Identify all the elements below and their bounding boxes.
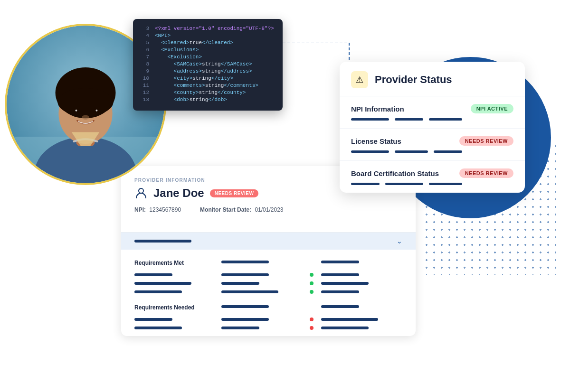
chevron-down-icon[interactable]: ⌄ — [397, 237, 402, 245]
license-status-badge: NEEDS REVIEW — [459, 136, 513, 146]
svg-point-14 — [139, 188, 143, 193]
req-col-bar-2 — [221, 261, 269, 263]
board-cert-status-bars — [351, 183, 513, 185]
xml-line-10: 10 <city>string</city> — [142, 75, 274, 81]
xml-line-12: 12 <county>string</county> — [142, 90, 274, 95]
svg-point-7 — [72, 109, 79, 114]
row-bar-3c — [321, 290, 359, 293]
provider-status-badge: NEEDS REVIEW — [210, 189, 259, 197]
status-dot-green — [310, 290, 314, 294]
status-bar-2 — [385, 183, 423, 185]
npi-status-bars — [351, 118, 513, 121]
status-dot-red — [310, 317, 314, 321]
xml-line-4: 4 <NPI> — [142, 33, 274, 38]
status-bar-3 — [429, 118, 462, 121]
xml-line-3: 3 <?xml version="1.0" encoding="UTF-8"?> — [142, 26, 274, 31]
req-needed-header: Requirements Needed — [134, 298, 402, 315]
provider-npi-row: NPI: 1234567890 Monitor Start Date: 01/0… — [134, 206, 402, 213]
row-bar-2c — [321, 282, 369, 285]
needed-row-bar-1b — [221, 318, 269, 321]
table-row — [134, 324, 402, 332]
row-bar-3a — [134, 290, 182, 293]
requirements-table-section: ⌄ Requirements Met — [121, 232, 416, 336]
req-header-bar — [134, 240, 191, 243]
row-bar-1b — [221, 273, 269, 276]
npi-status-label: NPI Information — [351, 105, 404, 113]
xml-line-13: 13 <dob>string</dob> — [142, 97, 274, 103]
npi-status-badge: NPI ACTIVE — [471, 104, 513, 113]
provider-status-panel: ⚠ Provider Status NPI Information NPI AC… — [340, 62, 525, 193]
xml-line-8: 8 <SAMCase>string</SAMCase> — [142, 61, 274, 67]
row-bar-1c — [321, 273, 359, 276]
table-row — [134, 279, 402, 288]
status-panel-header: ⚠ Provider Status — [340, 62, 525, 96]
status-row-npi: NPI Information NPI ACTIVE — [340, 96, 525, 129]
needed-row-bar-2c — [321, 327, 369, 329]
needed-col-bar-3 — [321, 305, 359, 308]
provider-name: Jane Doe — [153, 187, 204, 200]
table-row — [134, 315, 402, 324]
provider-person-icon — [134, 187, 148, 200]
status-panel-title: Provider Status — [375, 74, 452, 86]
svg-point-11 — [82, 115, 89, 120]
req-table-header: ⌄ — [121, 233, 416, 250]
status-row-board-cert: Board Certification Status NEEDS REVIEW — [340, 161, 525, 193]
main-scene: 3 <?xml version="1.0" encoding="UTF-8"?>… — [0, 0, 570, 392]
status-bar-3 — [434, 150, 462, 153]
status-bar-1 — [351, 183, 380, 185]
xml-code-card: 3 <?xml version="1.0" encoding="UTF-8"?>… — [133, 19, 283, 111]
xml-line-11: 11 <comments>string</comments> — [142, 83, 274, 88]
status-bar-1 — [351, 118, 389, 121]
row-bar-2a — [134, 282, 191, 285]
warning-icon: ⚠ — [351, 71, 368, 88]
xml-line-9: 9 <address>string</address> — [142, 68, 274, 74]
board-cert-status-badge: NEEDS REVIEW — [459, 168, 513, 178]
needed-row-bar-1a — [134, 318, 172, 321]
status-dot-green — [310, 281, 314, 285]
row-bar-3b — [221, 290, 278, 293]
row-bar-2b — [221, 282, 259, 285]
status-dot-green — [310, 273, 314, 277]
table-row — [134, 288, 402, 296]
status-dot-red — [310, 326, 314, 330]
status-bar-2 — [395, 118, 423, 121]
status-bar-2 — [395, 150, 428, 153]
req-col-headers: Requirements Met — [134, 253, 402, 271]
monitor-date-info: Monitor Start Date: 01/01/2023 — [200, 206, 283, 213]
svg-point-6 — [57, 88, 113, 116]
board-cert-status-label: Board Certification Status — [351, 169, 439, 177]
npi-info: NPI: 1234567890 — [134, 206, 181, 213]
needed-row-bar-2a — [134, 327, 182, 329]
req-col-bar-3 — [321, 261, 359, 263]
status-bar-3 — [429, 183, 462, 185]
svg-point-9 — [76, 110, 77, 112]
req-table-body: Requirements Met — [121, 250, 416, 336]
needed-row-bar-1c — [321, 318, 378, 321]
row-bar-1a — [134, 273, 172, 276]
license-status-label: License Status — [351, 137, 401, 145]
xml-line-5: 5 <Cleared>true</Cleared> — [142, 40, 274, 46]
table-row — [134, 271, 402, 279]
license-status-bars — [351, 150, 513, 153]
status-bar-1 — [351, 150, 389, 153]
xml-line-6: 6 <Exclusions> — [142, 47, 274, 53]
needed-col-bar-2 — [221, 305, 269, 308]
svg-point-10 — [95, 110, 97, 112]
status-row-license: License Status NEEDS REVIEW — [340, 129, 525, 161]
xml-line-7: 7 <Exclusion> — [142, 54, 274, 60]
svg-point-8 — [93, 109, 99, 114]
needed-row-bar-2b — [221, 327, 259, 329]
